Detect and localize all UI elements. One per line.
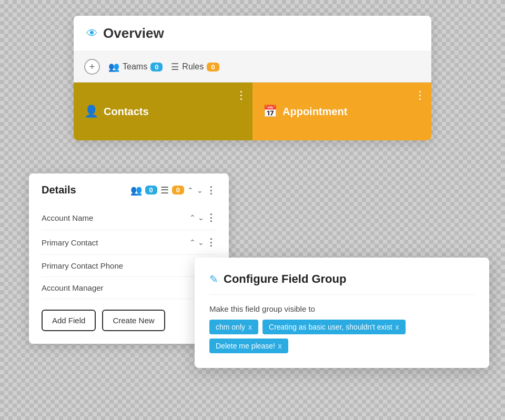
overview-title: Overview	[103, 25, 164, 42]
appointment-card[interactable]: 📅 Appointment ⋮	[252, 83, 431, 140]
rules-badge: 0	[207, 63, 219, 71]
appointment-menu-icon[interactable]: ⋮	[415, 89, 425, 101]
account-name-menu[interactable]: ⋮	[206, 212, 216, 223]
tag-chm-only-remove[interactable]: x	[248, 323, 252, 331]
account-name-controls: ⌃ ⌄ ⋮	[189, 212, 216, 223]
overview-tabs: + 👥 Teams 0 ☰ Rules 0	[74, 52, 431, 83]
primary-contact-phone-row: Primary Contact Phone	[42, 255, 216, 277]
teams-badge: 0	[150, 63, 163, 71]
tag-delete-me: Delete me please! x	[209, 339, 288, 353]
configure-header: ✎ Configure Field Group	[209, 272, 474, 295]
details-teal-badge: 0	[145, 186, 157, 194]
account-name-down[interactable]: ⌄	[198, 213, 204, 222]
primary-contact-row: Primary Contact ⌃ ⌄ ⋮	[42, 230, 216, 255]
rules-tab-label: Rules	[182, 62, 204, 71]
tags-container: chm only x Creating as basic user, shoul…	[209, 320, 474, 353]
details-actions: Add Field Create New	[42, 310, 216, 331]
tag-chm-only: chm only x	[209, 320, 258, 334]
rules-tab[interactable]: ☰ Rules 0	[171, 62, 219, 73]
contacts-menu-icon[interactable]: ⋮	[236, 89, 246, 101]
primary-contact-down[interactable]: ⌄	[198, 238, 204, 247]
details-orange-badge: 0	[172, 186, 184, 194]
account-manager-row: Account Manager	[42, 277, 216, 299]
down-arrow-ctrl[interactable]: ⌄	[197, 186, 203, 194]
appointment-label: Appointment	[282, 106, 347, 118]
tag-delete-me-label: Delete me please!	[216, 342, 275, 350]
add-button[interactable]: +	[84, 59, 100, 75]
appointment-icon: 📅	[263, 105, 277, 118]
add-field-button[interactable]: Add Field	[42, 310, 96, 331]
tag-creating-basic-label: Creating as basic user, shouldn't exist	[269, 323, 392, 331]
tag-delete-me-remove[interactable]: x	[278, 342, 282, 350]
primary-contact-menu[interactable]: ⋮	[206, 237, 216, 248]
details-header: Details 👥 0 ☰ 0 ⌃ ⌄ ⋮	[42, 184, 216, 196]
primary-contact-controls: ⌃ ⌄ ⋮	[189, 237, 216, 248]
edit-icon: ✎	[209, 273, 218, 285]
create-new-button[interactable]: Create New	[102, 310, 165, 331]
rules-icon: ☰	[171, 62, 179, 73]
contacts-icon: 👤	[84, 105, 98, 118]
contacts-label: Contacts	[104, 106, 149, 118]
account-name-label: Account Name	[42, 213, 93, 222]
overview-card: 👁 Overview + 👥 Teams 0 ☰ Rules 0 👤 Conta…	[74, 16, 431, 140]
primary-contact-label: Primary Contact	[42, 238, 98, 247]
overview-cards-row: 👤 Contacts ⋮ 📅 Appointment ⋮	[74, 83, 431, 140]
list-ctrl-icon: ☰	[160, 185, 169, 196]
tag-creating-basic: Creating as basic user, shouldn't exist …	[262, 320, 406, 334]
overview-header: 👁 Overview	[74, 16, 431, 52]
details-controls: 👥 0 ☰ 0 ⌃ ⌄ ⋮	[130, 185, 216, 196]
primary-contact-up[interactable]: ⌃	[189, 238, 196, 247]
account-name-up[interactable]: ⌃	[189, 213, 196, 222]
account-name-row: Account Name ⌃ ⌄ ⋮	[42, 206, 216, 230]
primary-contact-phone-label: Primary Contact Phone	[42, 261, 123, 270]
tag-creating-basic-remove[interactable]: x	[396, 323, 399, 331]
teams-ctrl-icon: 👥	[130, 185, 142, 196]
teams-icon: 👥	[108, 62, 119, 73]
teams-tab-label: Teams	[123, 62, 147, 71]
contacts-card[interactable]: 👤 Contacts ⋮	[74, 83, 252, 140]
teams-tab[interactable]: 👥 Teams 0	[108, 62, 163, 73]
up-arrow-ctrl[interactable]: ⌃	[187, 186, 194, 194]
details-menu-icon[interactable]: ⋮	[206, 185, 216, 196]
visibility-label: Make this field group visible to	[209, 304, 474, 313]
details-title: Details	[42, 184, 76, 196]
configure-title: Configure Field Group	[224, 272, 346, 286]
eye-icon: 👁	[86, 27, 98, 40]
tag-chm-only-label: chm only	[216, 323, 245, 331]
account-manager-label: Account Manager	[42, 283, 104, 292]
configure-dialog: ✎ Configure Field Group Make this field …	[195, 258, 489, 368]
